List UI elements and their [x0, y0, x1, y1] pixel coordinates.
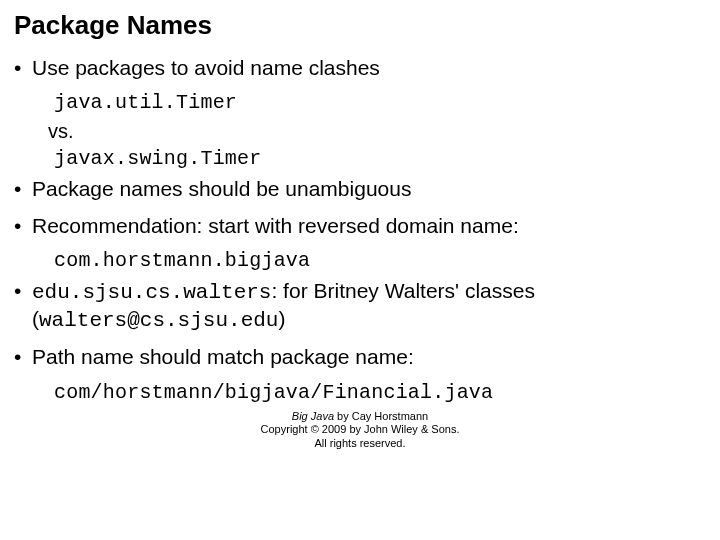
bullet-item: Package names should be unambiguous: [14, 176, 706, 202]
bullet-list: edu.sjsu.cs.walters: for Britney Walters…: [14, 278, 706, 371]
inline-code: edu.sjsu.cs.walters: [32, 281, 271, 304]
bullet-item: Use packages to avoid name clashes: [14, 55, 706, 81]
code-line: javax.swing.Timer: [54, 147, 706, 170]
bullet-item: edu.sjsu.cs.walters: for Britney Walters…: [14, 278, 706, 335]
copyright: Copyright © 2009 by John Wiley & Sons.: [261, 423, 460, 435]
paren-open: (: [32, 307, 39, 330]
footer: Big Java by Cay Horstmann Copyright © 20…: [14, 410, 706, 451]
bullet-item: Path name should match package name:: [14, 344, 706, 370]
bullet-item: Recommendation: start with reversed doma…: [14, 213, 706, 239]
vs-text: vs.: [48, 120, 706, 143]
slide-title: Package Names: [14, 10, 706, 41]
code-line: com/horstmann/bigjava/Financial.java: [54, 381, 706, 404]
bullet-text: : for Britney Walters' classes: [271, 279, 534, 302]
code-line: java.util.Timer: [54, 91, 706, 114]
bullet-list: Package names should be unambiguous Reco…: [14, 176, 706, 239]
paren-close: ): [278, 307, 285, 330]
book-title: Big Java: [292, 410, 334, 422]
email-code: walters@cs.sjsu.edu: [39, 309, 278, 332]
rights: All rights reserved.: [314, 437, 405, 449]
code-line: com.horstmann.bigjava: [54, 249, 706, 272]
byline: by Cay Horstmann: [334, 410, 428, 422]
bullet-list: Use packages to avoid name clashes: [14, 55, 706, 81]
